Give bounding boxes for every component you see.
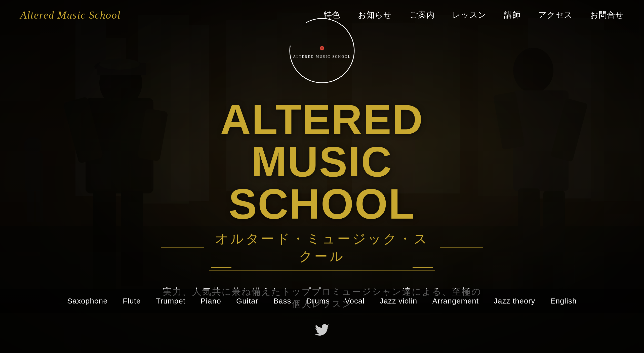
main-title: ALTERED MUSIC SCHOOL [161, 98, 483, 225]
subtitle-line-left [161, 247, 204, 248]
svg-point-38 [323, 48, 324, 49]
instrument-arrangement[interactable]: Arrangement [432, 297, 479, 305]
brand-logo[interactable]: Altered Music School [20, 9, 121, 21]
instrument-saxophone[interactable]: Saxophone [67, 297, 108, 305]
svg-point-34 [287, 15, 357, 86]
instruments-bar: Saxophone Flute Trumpet Piano Guitar Bas… [0, 289, 644, 313]
japanese-subtitle: オルタード・ミュージック・スクール [211, 230, 432, 265]
svg-point-41 [320, 46, 321, 48]
nav-item-contact[interactable]: お問合せ [590, 10, 624, 21]
instrument-drums[interactable]: Drums [306, 297, 330, 305]
nav-link-contact[interactable]: お問合せ [590, 10, 624, 19]
social-bar [315, 323, 329, 338]
instrument-jazz-theory[interactable]: Jazz theory [494, 297, 535, 305]
instrument-piano[interactable]: Piano [200, 297, 221, 305]
instrument-flute[interactable]: Flute [123, 297, 141, 305]
nav-item-access[interactable]: アクセス [538, 10, 573, 21]
instrument-trumpet[interactable]: Trumpet [156, 297, 186, 305]
circle-logo-svg: ALTERED MUSIC SCHOOL [287, 15, 357, 86]
subtitle-line-right [440, 247, 483, 248]
instrument-vocal[interactable]: Vocal [345, 297, 365, 305]
nav-link-access[interactable]: アクセス [538, 10, 573, 19]
svg-point-37 [323, 46, 324, 48]
svg-point-40 [320, 48, 321, 49]
svg-text:ALTERED MUSIC SCHOOL: ALTERED MUSIC SCHOOL [293, 55, 351, 58]
svg-point-36 [321, 46, 323, 47]
nav-item-instructors[interactable]: 講師 [504, 10, 521, 21]
nav-link-instructors[interactable]: 講師 [504, 10, 521, 19]
svg-point-39 [321, 49, 323, 50]
instrument-jazz-violin[interactable]: Jazz violin [380, 297, 417, 305]
twitter-link[interactable] [315, 333, 329, 338]
instrument-bass[interactable]: Bass [273, 297, 291, 305]
instrument-guitar[interactable]: Guitar [236, 297, 258, 305]
hero-content: ALTERED MUSIC SCHOOL ALTERED MUSIC SCHOO… [161, 15, 483, 323]
hero-section: Altered Music School 特色 お知らせ ご案内 レッスン 講師… [0, 0, 644, 353]
subtitle-row: オルタード・ミュージック・スクール [161, 230, 483, 265]
instrument-english[interactable]: English [550, 297, 577, 305]
twitter-icon [315, 323, 329, 337]
circle-logo-container: ALTERED MUSIC SCHOOL [287, 15, 357, 86]
subtitle-bottom-line [209, 270, 435, 270]
instruments-list: Saxophone Flute Trumpet Piano Guitar Bas… [67, 297, 577, 305]
